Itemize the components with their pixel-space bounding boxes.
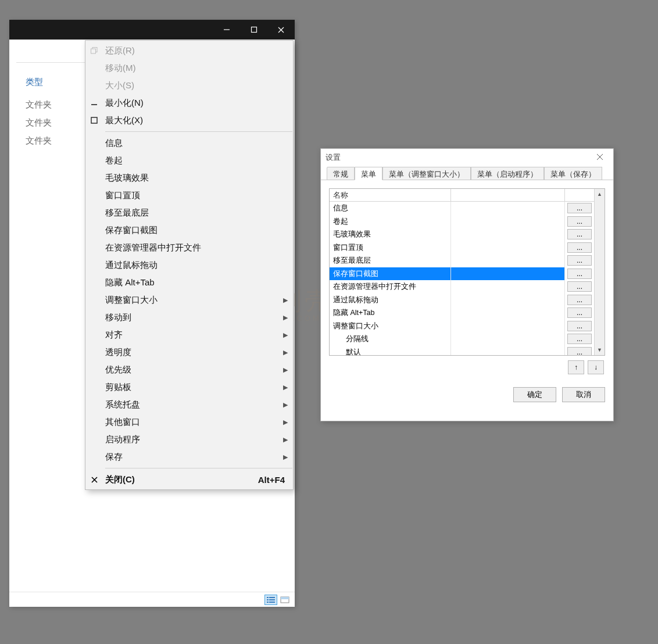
- cell-name: 毛玻璃效果: [330, 228, 451, 241]
- menu-item[interactable]: 隐藏 Alt+Tab: [85, 274, 293, 291]
- menu-item[interactable]: 系统托盘▶: [85, 396, 293, 413]
- menu-item[interactable]: 剪贴板▶: [85, 378, 293, 396]
- table-row[interactable]: 卷起...: [330, 215, 594, 228]
- row-options-button[interactable]: ...: [567, 203, 592, 213]
- ok-button[interactable]: 确定: [513, 387, 556, 402]
- menu-item-close[interactable]: 关闭(C) Alt+F4: [85, 471, 293, 488]
- row-options-button[interactable]: ...: [567, 307, 592, 318]
- menu-item[interactable]: 信息: [85, 134, 293, 152]
- tab-menu-save[interactable]: 菜单（保存）: [544, 167, 602, 180]
- cell-name: 保存窗口截图: [330, 267, 451, 281]
- cell-empty: [451, 346, 565, 356]
- table-row[interactable]: 窗口置顶...: [330, 241, 594, 255]
- maximize-button[interactable]: [240, 20, 267, 40]
- table-row[interactable]: 分隔线...: [330, 332, 594, 346]
- move-up-button[interactable]: ↑: [568, 360, 584, 374]
- menu-item-label: 最小化(N): [103, 98, 278, 109]
- vertical-scrollbar[interactable]: ▲ ▼: [594, 189, 605, 355]
- row-options-button[interactable]: ...: [567, 295, 592, 305]
- menu-item-label: 保存: [103, 452, 278, 463]
- chevron-right-icon: ▶: [278, 436, 293, 443]
- menu-item-label: 移动(M): [103, 63, 278, 74]
- chevron-right-icon: ▶: [278, 331, 293, 339]
- tab-menu[interactable]: 菜单: [355, 167, 382, 180]
- table-row[interactable]: 移至最底层...: [330, 254, 594, 267]
- menu-item[interactable]: 保存▶: [85, 448, 293, 466]
- thumbnails-view-icon[interactable]: [278, 595, 291, 605]
- row-options-button[interactable]: ...: [567, 321, 592, 331]
- move-down-button[interactable]: ↓: [588, 360, 604, 374]
- menu-item[interactable]: 最大化(X): [85, 112, 293, 129]
- cancel-button[interactable]: 取消: [562, 387, 605, 402]
- scroll-down-icon[interactable]: ▼: [595, 345, 605, 355]
- menu-item[interactable]: 移至最底层: [85, 204, 293, 221]
- table-row[interactable]: 调整窗口大小...: [330, 320, 594, 333]
- menu-item: 大小(S): [85, 77, 293, 94]
- menu-item[interactable]: 移动到▶: [85, 309, 293, 326]
- svg-rect-1: [251, 27, 256, 33]
- close-button[interactable]: [267, 20, 295, 40]
- menu-item[interactable]: 启动程序▶: [85, 431, 293, 448]
- cell-name: 分隔线: [330, 332, 451, 346]
- dialog-titlebar: 设置: [321, 149, 613, 166]
- column-header-name[interactable]: 名称: [330, 189, 451, 202]
- menu-item[interactable]: 在资源管理器中打开文件: [85, 239, 293, 256]
- menu-item[interactable]: 毛玻璃效果: [85, 169, 293, 187]
- menu-item[interactable]: 保存窗口截图: [85, 221, 293, 239]
- scroll-up-icon[interactable]: ▲: [595, 189, 605, 199]
- svg-rect-9: [269, 602, 275, 603]
- row-options-button[interactable]: ...: [567, 216, 592, 227]
- tab-menu-launch[interactable]: 菜单（启动程序）: [471, 167, 544, 180]
- menu-item[interactable]: 优先级▶: [85, 361, 293, 378]
- menu-item-label: 调整窗口大小: [103, 295, 278, 306]
- tab-menu-resize[interactable]: 菜单（调整窗口大小）: [382, 167, 471, 180]
- tab-general[interactable]: 常规: [327, 167, 355, 180]
- minimize-button[interactable]: [213, 20, 240, 40]
- column-header-empty[interactable]: [451, 189, 565, 202]
- menu-item-label: 最大化(X): [103, 115, 278, 126]
- menu-item-label: 移至最底层: [103, 207, 278, 219]
- menu-item[interactable]: 卷起: [85, 152, 293, 169]
- cell-empty: [451, 215, 565, 228]
- row-options-button[interactable]: ...: [567, 255, 592, 266]
- svg-rect-6: [267, 599, 269, 600]
- menu-item[interactable]: 调整窗口大小▶: [85, 291, 293, 309]
- menu-separator: [105, 131, 292, 132]
- details-view-icon[interactable]: [264, 595, 277, 605]
- svg-rect-15: [91, 117, 97, 123]
- menu-item[interactable]: 通过鼠标拖动: [85, 256, 293, 274]
- menu-item[interactable]: 对齐▶: [85, 326, 293, 344]
- status-bar: [9, 592, 295, 607]
- table-row[interactable]: 保存窗口截图...: [330, 267, 594, 281]
- table-row[interactable]: 毛玻璃效果...: [330, 228, 594, 241]
- cell-name: 在资源管理器中打开文件: [330, 280, 451, 294]
- menu-item-label: 透明度: [103, 347, 278, 358]
- table-row[interactable]: 隐藏 Alt+Tab...: [330, 306, 594, 320]
- menu-item[interactable]: 窗口置顶: [85, 187, 293, 204]
- table-row[interactable]: 在资源管理器中打开文件...: [330, 280, 594, 294]
- menu-item-label: 启动程序: [103, 434, 278, 445]
- cell-name: 调整窗口大小: [330, 320, 451, 333]
- svg-rect-13: [91, 49, 96, 53]
- row-options-button[interactable]: ...: [567, 269, 592, 279]
- menu-item[interactable]: 其他窗口▶: [85, 413, 293, 431]
- row-options-button[interactable]: ...: [567, 242, 592, 253]
- column-header-action[interactable]: [565, 189, 594, 202]
- system-context-menu: 还原(R)移动(M)大小(S)最小化(N)最大化(X) 信息卷起毛玻璃效果窗口置…: [85, 40, 294, 490]
- row-options-button[interactable]: ...: [567, 334, 592, 344]
- menu-item[interactable]: 最小化(N): [85, 94, 293, 112]
- row-options-button[interactable]: ...: [567, 229, 592, 239]
- cell-empty: [451, 228, 565, 241]
- table-row[interactable]: 通过鼠标拖动...: [330, 294, 594, 307]
- table-row[interactable]: 默认...: [330, 346, 594, 356]
- dialog-close-button[interactable]: [591, 153, 609, 162]
- row-options-button[interactable]: ...: [567, 281, 592, 292]
- cell-name: 窗口置顶: [330, 241, 451, 255]
- cell-empty: [451, 202, 565, 215]
- cell-name: 通过鼠标拖动: [330, 294, 451, 307]
- svg-rect-5: [269, 597, 275, 598]
- menu-item[interactable]: 透明度▶: [85, 344, 293, 361]
- menu-item-label: 卷起: [103, 155, 278, 166]
- table-row[interactable]: 信息...: [330, 202, 594, 215]
- row-options-button[interactable]: ...: [567, 347, 592, 355]
